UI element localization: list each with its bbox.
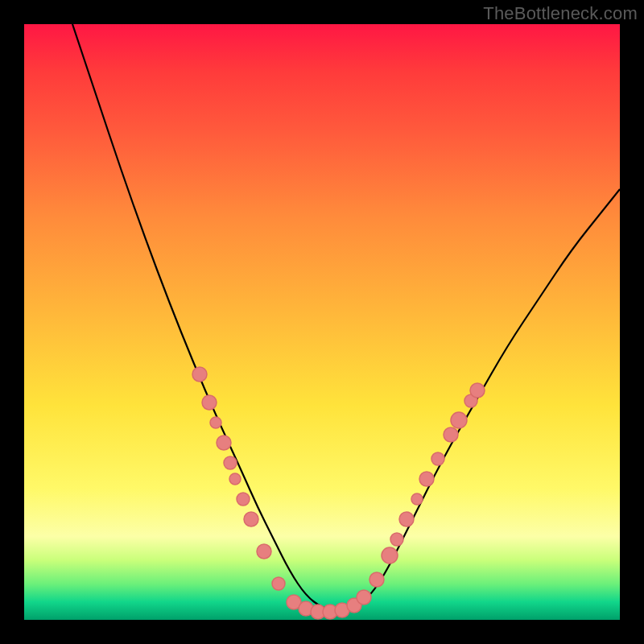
watermark-text: TheBottleneck.com [483, 3, 638, 24]
chart-frame [24, 24, 620, 620]
chart-gradient-background [24, 24, 620, 620]
